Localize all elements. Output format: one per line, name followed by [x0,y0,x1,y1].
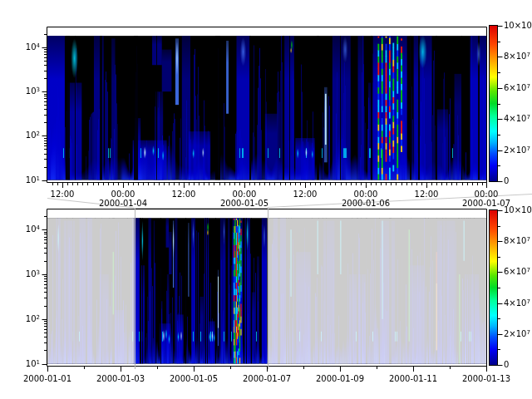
spectrogram-viewer: 12:0000:002000-01-0412:0000:002000-01-05… [0,0,532,399]
zoom-selection-box[interactable] [134,208,268,369]
detail-colorbar [490,26,497,181]
context-colorbar [490,210,497,365]
detail-plot-area[interactable] [47,27,486,182]
